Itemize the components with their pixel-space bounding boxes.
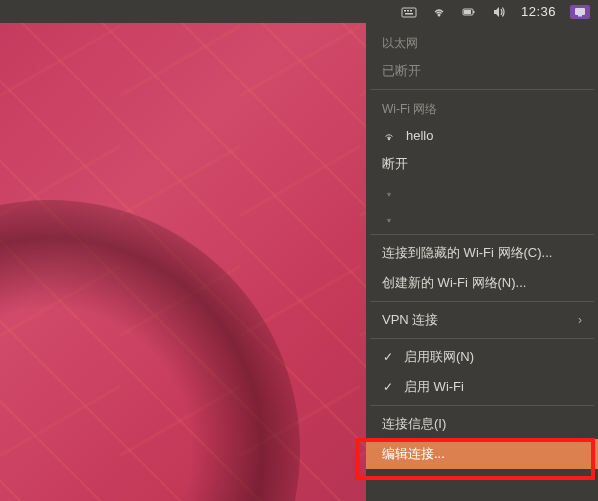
separator <box>370 89 594 90</box>
vpn-label: VPN 连接 <box>382 311 438 329</box>
ethernet-disconnected-label: 已断开 <box>382 62 421 80</box>
connection-info-label: 连接信息(I) <box>382 415 446 433</box>
create-new-wifi[interactable]: 创建新的 Wi-Fi 网络(N)... <box>366 268 598 298</box>
session-icon[interactable] <box>570 5 590 19</box>
edit-connections[interactable]: 编辑连接... <box>366 439 598 469</box>
connection-information[interactable]: 连接信息(I) <box>366 409 598 439</box>
svg-rect-7 <box>473 11 475 13</box>
svg-rect-4 <box>405 13 413 15</box>
create-new-label: 创建新的 Wi-Fi 网络(N)... <box>382 274 526 292</box>
wifi-disconnect[interactable]: 断开 <box>366 149 598 179</box>
separator <box>370 338 594 339</box>
ethernet-section-header: 以太网 <box>366 27 598 56</box>
svg-point-5 <box>437 13 440 16</box>
svg-point-11 <box>388 137 390 139</box>
enable-wifi[interactable]: ✓ 启用 Wi-Fi <box>366 372 598 402</box>
wifi-disconnect-label: 断开 <box>382 155 408 173</box>
vpn-connections[interactable]: VPN 连接 › <box>366 305 598 335</box>
enable-networking[interactable]: ✓ 启用联网(N) <box>366 342 598 372</box>
connect-hidden-wifi[interactable]: 连接到隐藏的 Wi-Fi 网络(C)... <box>366 238 598 268</box>
ethernet-disconnected: 已断开 <box>366 56 598 86</box>
network-icon[interactable] <box>431 4 447 20</box>
svg-rect-0 <box>402 8 416 17</box>
svg-rect-9 <box>575 8 585 15</box>
clock[interactable]: 12:36 <box>521 4 556 19</box>
enable-networking-label: 启用联网(N) <box>404 348 474 366</box>
edit-connections-label: 编辑连接... <box>382 445 445 463</box>
wifi-section-header: Wi-Fi 网络 <box>366 93 598 122</box>
svg-rect-2 <box>407 10 409 12</box>
chevron-right-icon: › <box>578 313 582 327</box>
wifi-network-label: hello <box>406 128 433 143</box>
svg-rect-10 <box>578 15 582 17</box>
connect-hidden-label: 连接到隐藏的 Wi-Fi 网络(C)... <box>382 244 552 262</box>
wifi-signal-icon <box>382 129 396 143</box>
separator <box>370 234 594 235</box>
top-panel: 12:36 <box>0 0 598 23</box>
wifi-network-hello[interactable]: hello <box>366 122 598 149</box>
check-icon: ✓ <box>382 380 394 394</box>
check-icon: ✓ <box>382 350 394 364</box>
enable-wifi-label: 启用 Wi-Fi <box>404 378 464 396</box>
separator <box>370 301 594 302</box>
separator <box>370 405 594 406</box>
keyboard-icon[interactable] <box>401 4 417 20</box>
svg-point-12 <box>388 194 390 196</box>
svg-rect-3 <box>410 10 412 12</box>
network-menu: 以太网 已断开 Wi-Fi 网络 hello 断开 连接到隐藏的 Wi-Fi 网… <box>366 23 598 501</box>
wifi-empty-2 <box>366 205 598 231</box>
svg-rect-1 <box>404 10 406 12</box>
svg-rect-8 <box>464 10 471 14</box>
volume-icon[interactable] <box>491 4 507 20</box>
svg-point-13 <box>388 220 390 222</box>
battery-icon[interactable] <box>461 4 477 20</box>
wifi-empty-1 <box>366 179 598 205</box>
wifi-signal-weak-icon <box>382 185 396 199</box>
wifi-signal-weak-icon <box>382 211 396 225</box>
